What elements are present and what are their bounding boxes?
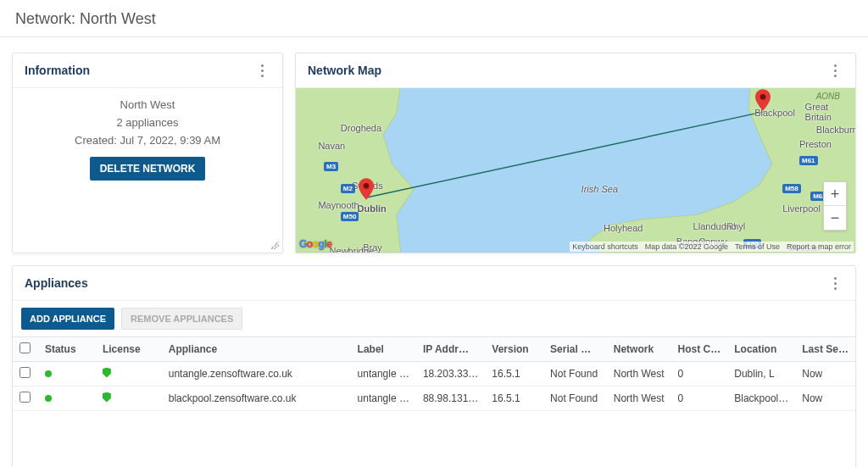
column-serial[interactable]: Serial … [543,337,607,362]
column-license[interactable]: License [96,337,162,362]
kebab-icon[interactable] [253,62,270,79]
map-road-badge: M61 [799,156,818,165]
table-row[interactable]: untangle.zensoftware.co.ukuntangle …18.2… [13,362,855,386]
svg-line-0 [366,112,764,197]
add-appliance-button[interactable]: ADD APPLIANCE [21,308,114,330]
delete-network-button[interactable]: DELETE NETWORK [90,157,206,181]
svg-point-1 [363,183,369,189]
column-appliance[interactable]: Appliance [162,337,351,362]
appliances-card: Appliances ADD APPLIANCE REMOVE APPLIANC… [12,265,856,467]
table-header-row: Status License Appliance Label IP Addr… … [13,337,855,362]
cell-lastseen: Now [795,386,855,411]
resize-handle-icon[interactable] [270,241,279,249]
google-logo-icon: Google [299,238,331,250]
table-row[interactable]: blackpool.zensoftware.co.ukuntangle …88.… [13,386,855,411]
map-road-badge: M2 [341,184,355,193]
kebab-icon[interactable] [826,62,843,79]
information-header: Information [25,64,90,77]
cell-network: North West [607,386,671,411]
cell-version: 16.5.1 [485,386,543,411]
column-status[interactable]: Status [38,337,96,362]
cell-version: 16.5.1 [485,362,543,386]
cell-serial: Not Found [543,362,607,386]
appliance-count: 2 appliances [117,116,179,129]
status-dot-icon [45,370,52,377]
map-zoom-out-button[interactable]: − [824,206,846,230]
status-dot-icon [45,395,52,402]
map-road-badge: M58 [782,184,801,193]
column-host[interactable]: Host C… [671,337,728,362]
map-credits: Keyboard shortcuts Map data ©2022 Google… [570,242,854,252]
column-network[interactable]: Network [607,337,671,362]
column-location[interactable]: Location [727,337,795,362]
map-data-attribution: Map data ©2022 Google [645,242,728,251]
map-road-badge: M3 [324,162,338,171]
column-lastseen[interactable]: Last Se… [795,337,855,362]
map-zoom-controls: + − [823,181,847,231]
remove-appliances-button: REMOVE APPLIANCES [121,308,242,330]
map-keyboard-shortcuts[interactable]: Keyboard shortcuts [572,242,638,251]
cell-location: Dublin, L [727,362,795,386]
cell-license [96,386,162,411]
map-canvas[interactable]: AONB BlackpoolBlackburnPrestonLiverpoolM… [296,88,855,253]
kebab-icon[interactable] [826,275,843,292]
cell-appliance: blackpool.zensoftware.co.uk [162,386,351,411]
network-map-header: Network Map [308,64,381,77]
column-version[interactable]: Version [485,337,543,362]
appliances-header: Appliances [25,276,88,290]
cell-label: untangle … [351,386,416,411]
map-terms-link[interactable]: Terms of Use [735,242,780,251]
map-aonb-label: AONB [816,92,840,101]
network-name: North West [120,98,175,111]
shield-icon [103,392,111,403]
cell-network: North West [607,362,671,386]
cell-appliance: untangle.zensoftware.co.uk [162,362,351,386]
cell-ip: 18.203.33… [416,362,485,386]
cell-serial: Not Found [543,386,607,411]
cell-ip: 88.98.131… [416,386,485,411]
created-date: Created: Jul 7, 2022, 9:39 AM [75,134,220,147]
cell-lastseen: Now [795,362,855,386]
cell-host: 0 [671,362,728,386]
shield-icon [103,368,111,378]
map-pin-icon[interactable] [755,89,771,111]
svg-point-2 [760,94,766,100]
row-checkbox[interactable] [19,392,31,403]
select-all-checkbox[interactable] [19,342,31,353]
map-road-badge: M50 [341,212,359,221]
column-ip[interactable]: IP Addr… [416,337,485,362]
information-card: Information North West 2 appliances Crea… [12,53,283,253]
cell-host: 0 [671,386,728,411]
row-checkbox[interactable] [19,367,31,378]
appliances-table: Status License Appliance Label IP Addr… … [13,336,855,411]
map-zoom-in-button[interactable]: + [824,182,846,206]
cell-label: untangle … [351,362,416,386]
page-title: Network: North West [0,0,868,37]
cell-status [38,362,96,386]
network-map-card: Network Map AONB BlackpoolBlackburnPrest… [295,53,856,253]
map-pin-icon[interactable] [359,178,374,200]
cell-license [96,362,162,386]
column-label[interactable]: Label [351,337,416,362]
cell-location: Blackpool… [727,386,795,411]
cell-status [38,386,96,411]
map-report-link[interactable]: Report a map error [787,242,851,251]
